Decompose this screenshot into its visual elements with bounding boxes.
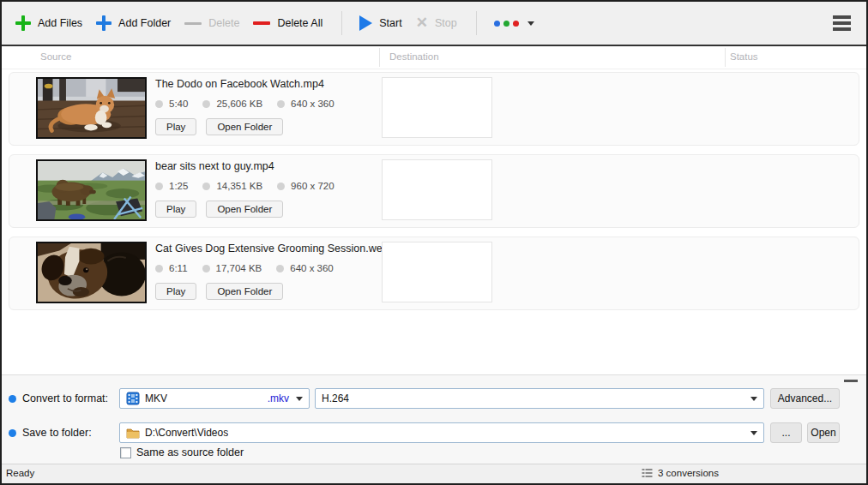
green-dot-icon [503,21,509,27]
conversions-count: 3 conversions [658,468,719,478]
blue-dot-icon [494,21,500,27]
delete-all-minus-icon [253,21,270,25]
file-info: Cat Gives Dog Extensive Grooming Session… [155,242,397,309]
convert-to-format-label: Convert to format: [22,392,119,404]
file-list: The Dodo on Facebook Watch.mp4 5:40 25,6… [2,69,866,374]
bullet-icon [202,265,210,272]
folder-icon [126,426,140,440]
bullet-icon [155,100,163,108]
file-name: bear sits next to guy.mp4 [155,160,349,172]
hamburger-icon [833,27,851,31]
browse-button[interactable]: ... [770,422,802,443]
film-strip-icon [126,392,140,405]
red-dot-icon [513,21,519,27]
file-row[interactable]: Cat Gives Dog Extensive Grooming Session… [9,237,859,310]
add-files-button[interactable]: Add Files [15,15,82,31]
file-resolution: 640 x 360 [290,263,334,273]
folder-path-select[interactable]: D:\Convert\Videos [119,422,764,443]
hamburger-icon [833,21,851,25]
video-thumbnail-cat [36,77,147,139]
file-info: bear sits next to guy.mp4 1:25 14,351 KB… [155,159,349,227]
same-as-source-checkbox[interactable] [120,447,131,458]
column-status: Status [730,51,758,62]
overflow-menu-button[interactable] [494,21,534,27]
options-panel: Convert to format: MKV .mkv H.264 Advanc… [2,374,866,464]
bullet-icon [202,183,210,190]
codec-name: H.264 [322,392,349,404]
start-button[interactable]: Start [359,15,401,31]
file-row[interactable]: The Dodo on Facebook Watch.mp4 5:40 25,6… [9,72,859,146]
file-info: The Dodo on Facebook Watch.mp4 5:40 25,6… [155,77,349,145]
destination-placeholder [382,77,492,138]
chevron-down-icon [296,397,303,401]
toolbar-separator [476,11,477,35]
app-window: Add Files Add Folder Delete Delete All S… [0,0,868,485]
conversions-list-icon [641,467,654,479]
bullet-icon [202,100,210,108]
column-divider [379,48,380,67]
add-folder-button[interactable]: Add Folder [96,15,171,31]
stop-x-icon: ✕ [416,15,428,31]
video-thumbnail-dog [36,242,147,303]
file-size: 14,351 KB [216,181,262,191]
column-destination: Destination [389,51,439,62]
open-button[interactable]: Open [807,422,840,443]
folder-path: D:\Convert\Videos [145,427,228,439]
codec-select[interactable]: H.264 [315,388,764,409]
destination-placeholder [382,242,492,302]
hamburger-icon [833,15,851,19]
start-label: Start [379,17,401,29]
chevron-down-icon [527,21,534,26]
same-as-source-label: Same as source folder [136,446,244,458]
delete-all-label: Delete All [277,17,322,29]
delete-label: Delete [208,17,239,29]
chevron-down-icon [750,431,757,435]
delete-all-button[interactable]: Delete All [253,17,322,29]
bullet-icon [277,183,285,190]
file-duration: 5:40 [169,99,188,109]
column-divider [725,48,726,67]
bullet-icon [155,265,163,272]
play-button[interactable]: Play [155,283,196,300]
file-meta: 6:11 17,704 KB 640 x 360 [155,263,397,273]
file-size: 25,606 KB [216,99,262,109]
conversions-panel: 3 conversions [641,467,719,479]
file-meta: 5:40 25,606 KB 640 x 360 [155,99,349,109]
destination-placeholder [382,159,492,220]
list-header: Source Destination Status [2,46,866,69]
add-folder-plus-icon [96,15,112,31]
status-bar: Ready 3 conversions [2,464,866,483]
format-select[interactable]: MKV .mkv [119,388,310,409]
panel-collapse-handle[interactable] [844,380,858,382]
file-row[interactable]: bear sits next to guy.mp4 1:25 14,351 KB… [9,154,859,228]
status-text: Ready [6,468,34,478]
advanced-button[interactable]: Advanced... [770,388,840,409]
play-button[interactable]: Play [155,201,196,218]
toolbar: Add Files Add Folder Delete Delete All S… [2,2,866,46]
video-thumbnail-bear [36,159,147,221]
open-folder-button[interactable]: Open Folder [206,283,283,300]
main-menu-button[interactable] [829,12,854,34]
delete-minus-icon [184,22,202,25]
add-files-plus-icon [15,15,31,31]
stop-button: ✕ Stop [416,15,457,31]
stop-label: Stop [435,17,457,29]
bullet-icon [277,100,285,108]
chevron-down-icon [750,397,757,401]
open-folder-button[interactable]: Open Folder [206,118,283,135]
file-name: The Dodo on Facebook Watch.mp4 [155,78,349,90]
file-meta: 1:25 14,351 KB 960 x 720 [155,181,349,191]
add-folder-label: Add Folder [118,17,171,29]
play-button[interactable]: Play [155,118,196,135]
file-size: 17,704 KB [216,263,262,273]
start-play-icon [359,15,372,31]
open-folder-button[interactable]: Open Folder [206,201,283,218]
bullet-icon [155,183,163,190]
file-duration: 6:11 [169,263,188,273]
toolbar-separator [341,11,342,35]
bullet-icon [276,265,284,272]
format-extension: .mkv [268,392,289,404]
save-to-folder-label: Save to folder: [22,427,119,439]
column-source: Source [40,51,71,62]
file-duration: 1:25 [169,181,188,191]
